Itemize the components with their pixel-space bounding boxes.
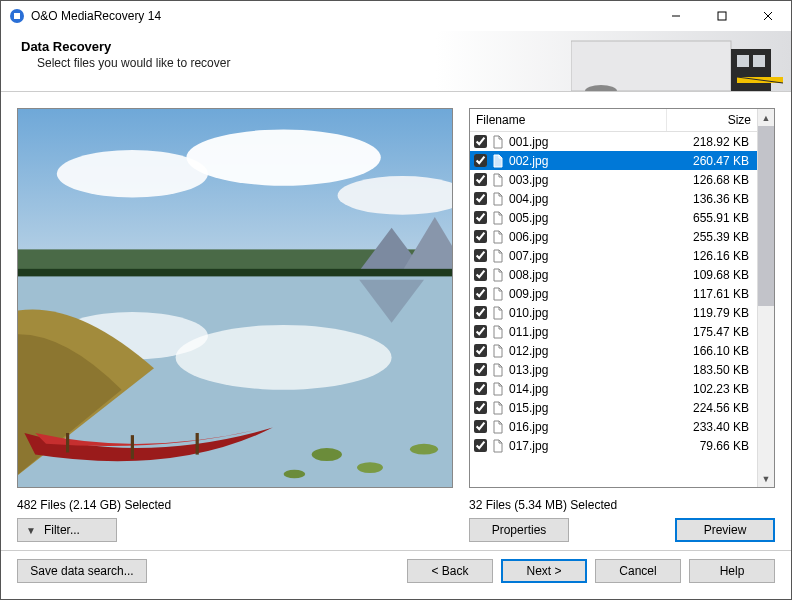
file-icon [491, 382, 505, 396]
back-button[interactable]: < Back [407, 559, 493, 583]
file-icon [491, 420, 505, 434]
file-size: 136.36 KB [673, 192, 757, 206]
file-icon [491, 344, 505, 358]
row-checkbox[interactable] [474, 230, 487, 243]
table-row[interactable]: 014.jpg102.23 KB [470, 379, 757, 398]
help-button[interactable]: Help [689, 559, 775, 583]
file-name: 008.jpg [509, 268, 673, 282]
row-checkbox[interactable] [474, 173, 487, 186]
row-checkbox[interactable] [474, 268, 487, 281]
row-checkbox[interactable] [474, 249, 487, 262]
file-name: 005.jpg [509, 211, 673, 225]
table-row[interactable]: 016.jpg233.40 KB [470, 417, 757, 436]
filter-button[interactable]: ▼ Filter... [17, 518, 117, 542]
row-checkbox[interactable] [474, 420, 487, 433]
table-row[interactable]: 002.jpg260.47 KB [470, 151, 757, 170]
svg-point-15 [186, 130, 380, 186]
image-preview [17, 108, 453, 488]
table-row[interactable]: 017.jpg79.66 KB [470, 436, 757, 455]
filter-label: Filter... [44, 523, 80, 537]
file-name: 014.jpg [509, 382, 673, 396]
table-row[interactable]: 012.jpg166.10 KB [470, 341, 757, 360]
main-content: 482 Files (2.14 GB) Selected ▼ Filter...… [1, 92, 791, 550]
row-checkbox[interactable] [474, 382, 487, 395]
file-size: 166.10 KB [673, 344, 757, 358]
save-search-button[interactable]: Save data search... [17, 559, 147, 583]
wizard-buttons: Save data search... < Back Next > Cancel… [1, 551, 791, 599]
file-size: 119.79 KB [673, 306, 757, 320]
file-icon [491, 325, 505, 339]
row-checkbox[interactable] [474, 306, 487, 319]
file-name: 017.jpg [509, 439, 673, 453]
row-checkbox[interactable] [474, 287, 487, 300]
table-row[interactable]: 005.jpg655.91 KB [470, 208, 757, 227]
file-icon [491, 363, 505, 377]
table-row[interactable]: 015.jpg224.56 KB [470, 398, 757, 417]
file-icon [491, 268, 505, 282]
table-row[interactable]: 006.jpg255.39 KB [470, 227, 757, 246]
table-row[interactable]: 010.jpg119.79 KB [470, 303, 757, 322]
scrollbar[interactable]: ▲ ▼ [757, 109, 774, 487]
file-icon [491, 173, 505, 187]
table-row[interactable]: 003.jpg126.68 KB [470, 170, 757, 189]
file-list-pane: Filename Size 001.jpg218.92 KB002.jpg260… [469, 108, 775, 542]
col-filename[interactable]: Filename [470, 109, 667, 131]
file-size: 224.56 KB [673, 401, 757, 415]
list-body[interactable]: 001.jpg218.92 KB002.jpg260.47 KB003.jpg1… [470, 132, 757, 487]
table-row[interactable]: 007.jpg126.16 KB [470, 246, 757, 265]
file-size: 260.47 KB [673, 154, 757, 168]
table-row[interactable]: 008.jpg109.68 KB [470, 265, 757, 284]
preview-button[interactable]: Preview [675, 518, 775, 542]
svg-point-22 [176, 325, 392, 390]
table-row[interactable]: 009.jpg117.61 KB [470, 284, 757, 303]
file-size: 117.61 KB [673, 287, 757, 301]
properties-button[interactable]: Properties [469, 518, 569, 542]
table-row[interactable]: 001.jpg218.92 KB [470, 132, 757, 151]
row-checkbox[interactable] [474, 192, 487, 205]
row-checkbox[interactable] [474, 344, 487, 357]
list-header[interactable]: Filename Size [470, 109, 757, 132]
window-title: O&O MediaRecovery 14 [31, 9, 653, 23]
svg-point-28 [312, 448, 342, 461]
row-checkbox[interactable] [474, 154, 487, 167]
svg-point-14 [57, 150, 208, 198]
file-name: 001.jpg [509, 135, 673, 149]
file-list: Filename Size 001.jpg218.92 KB002.jpg260… [469, 108, 775, 488]
row-checkbox[interactable] [474, 401, 487, 414]
left-status-text: 482 Files (2.14 GB) Selected [17, 498, 453, 512]
table-row[interactable]: 004.jpg136.36 KB [470, 189, 757, 208]
scroll-thumb[interactable] [758, 126, 774, 306]
file-name: 013.jpg [509, 363, 673, 377]
close-button[interactable] [745, 1, 791, 31]
maximize-button[interactable] [699, 1, 745, 31]
scroll-up-button[interactable]: ▲ [758, 109, 774, 126]
file-icon [491, 439, 505, 453]
row-checkbox[interactable] [474, 211, 487, 224]
row-checkbox[interactable] [474, 363, 487, 376]
preview-pane: 482 Files (2.14 GB) Selected ▼ Filter... [17, 108, 453, 542]
table-row[interactable]: 011.jpg175.47 KB [470, 322, 757, 341]
col-size[interactable]: Size [667, 109, 757, 131]
file-icon [491, 230, 505, 244]
file-icon [491, 287, 505, 301]
row-checkbox[interactable] [474, 325, 487, 338]
file-name: 004.jpg [509, 192, 673, 206]
file-size: 655.91 KB [673, 211, 757, 225]
svg-rect-3 [718, 12, 726, 20]
file-size: 218.92 KB [673, 135, 757, 149]
file-size: 79.66 KB [673, 439, 757, 453]
cancel-button[interactable]: Cancel [595, 559, 681, 583]
title-bar: O&O MediaRecovery 14 [1, 1, 791, 31]
row-checkbox[interactable] [474, 439, 487, 452]
app-window: O&O MediaRecovery 14 Data Recovery Selec… [0, 0, 792, 600]
file-name: 012.jpg [509, 344, 673, 358]
next-button[interactable]: Next > [501, 559, 587, 583]
table-row[interactable]: 013.jpg183.50 KB [470, 360, 757, 379]
file-name: 003.jpg [509, 173, 673, 187]
page-header: Data Recovery Select files you would lik… [1, 31, 791, 91]
minimize-button[interactable] [653, 1, 699, 31]
scroll-down-button[interactable]: ▼ [758, 470, 774, 487]
row-checkbox[interactable] [474, 135, 487, 148]
chevron-down-icon: ▼ [26, 525, 36, 536]
file-name: 016.jpg [509, 420, 673, 434]
